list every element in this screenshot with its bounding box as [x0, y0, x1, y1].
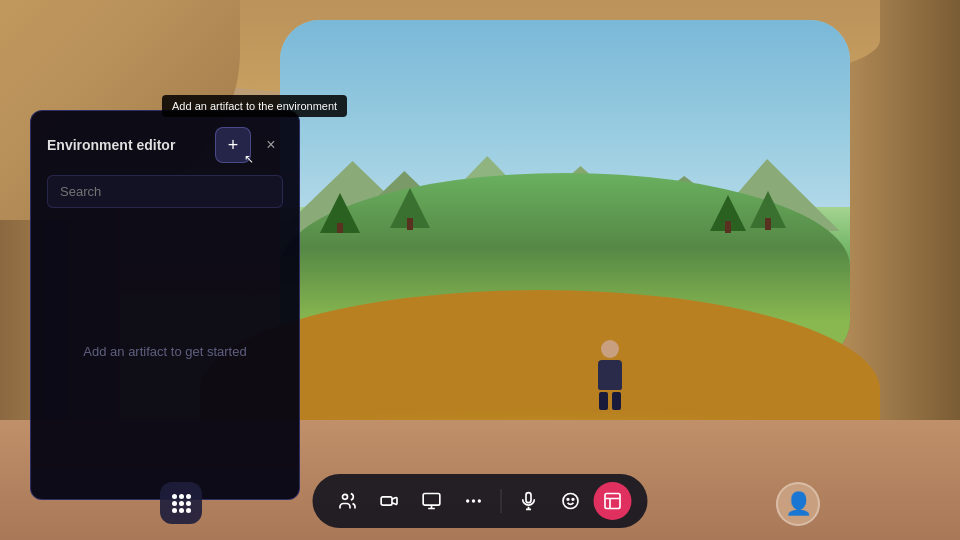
svg-rect-13 [765, 218, 771, 230]
panel-header-buttons: + ↖ × [215, 127, 283, 163]
dot [179, 494, 184, 499]
svg-point-24 [563, 494, 578, 509]
screen-share-button[interactable] [413, 482, 451, 520]
close-icon: × [266, 136, 275, 154]
dot [172, 494, 177, 499]
grid-menu-button[interactable] [160, 482, 202, 524]
plus-icon: + [228, 135, 239, 156]
people-icon [338, 491, 358, 511]
camera-button[interactable] [371, 482, 409, 520]
dot [186, 501, 191, 506]
svg-point-15 [343, 494, 348, 499]
more-icon [464, 491, 484, 511]
search-input[interactable] [47, 175, 283, 208]
svg-point-19 [472, 499, 475, 502]
dot [186, 494, 191, 499]
add-artifact-tooltip: Add an artifact to the environment [162, 95, 347, 117]
search-container [47, 175, 283, 208]
avatar-body [598, 360, 622, 390]
toolbar-separator [501, 489, 502, 513]
microphone-button[interactable] [510, 482, 548, 520]
empty-state: Add an artifact to get started [47, 220, 283, 483]
avatar-leg-left [599, 392, 608, 410]
avatar-leg-right [612, 392, 621, 410]
people-button[interactable] [329, 482, 367, 520]
svg-rect-21 [526, 493, 531, 503]
artifact-button[interactable] [594, 482, 632, 520]
environment-editor-panel: Environment editor + ↖ × Add an artifact… [30, 110, 300, 500]
emoji-icon [561, 491, 581, 511]
avatar-head [601, 340, 619, 358]
avatar-3d [590, 340, 630, 410]
svg-point-26 [572, 499, 574, 501]
camera-icon [380, 491, 400, 511]
svg-rect-27 [605, 494, 620, 509]
screen-share-icon [422, 491, 442, 511]
svg-rect-9 [407, 218, 413, 230]
dot [186, 508, 191, 513]
dot [179, 501, 184, 506]
artifact-icon [603, 491, 623, 511]
empty-state-text: Add an artifact to get started [83, 344, 246, 359]
svg-rect-16 [381, 497, 392, 505]
svg-point-25 [567, 499, 569, 501]
panel-title: Environment editor [47, 137, 175, 153]
trees [280, 173, 850, 233]
user-avatar-button[interactable]: 👤 [776, 482, 820, 526]
user-avatar-icon: 👤 [785, 491, 812, 517]
more-button[interactable] [455, 482, 493, 520]
avatar-legs [590, 392, 630, 410]
dot [172, 501, 177, 506]
close-panel-button[interactable]: × [259, 133, 283, 157]
svg-rect-11 [725, 221, 731, 233]
emoji-button[interactable] [552, 482, 590, 520]
svg-point-18 [466, 499, 469, 502]
panel-header: Environment editor + ↖ × [47, 127, 283, 163]
microphone-icon [519, 491, 539, 511]
svg-rect-7 [337, 223, 343, 233]
dot [179, 508, 184, 513]
dot [172, 508, 177, 513]
add-artifact-button[interactable]: + ↖ [215, 127, 251, 163]
bottom-toolbar [313, 474, 648, 528]
cursor-icon: ↖ [244, 152, 254, 166]
tooltip-text: Add an artifact to the environment [172, 100, 337, 112]
svg-point-20 [478, 499, 481, 502]
grid-icon [172, 494, 191, 513]
svg-rect-17 [423, 494, 440, 506]
